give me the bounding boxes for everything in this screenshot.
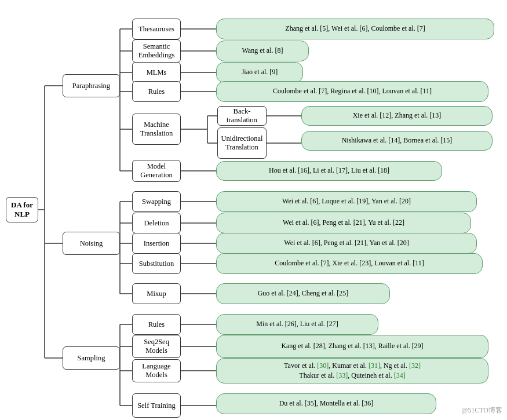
rules-sampling-leaf: Min et al. [26], Liu et al. [27] — [216, 314, 378, 335]
substitution-leaf: Coulombe et al. [7], Xie et al. [23], Lo… — [216, 253, 483, 274]
semantic-embeddings-node: Semantic Embeddings — [132, 39, 181, 63]
thesauruses-node: Thesauruses — [132, 19, 181, 39]
rules-sampling-node: Rules — [132, 314, 181, 335]
model-generation-leaf: Hou et al. [16], Li et al. [17], Liu et … — [216, 161, 442, 181]
back-translation-leaf: Xie et al. [12], Zhang et al. [13] — [301, 106, 493, 126]
language-models-refs-text: Tavor et al. [30], Kumar et al. [31], Ng… — [284, 361, 421, 381]
self-training-leaf: Du et al. [35], Montella et al. [36] — [216, 393, 436, 414]
mixup-node: Mixup — [132, 283, 181, 304]
seq2seq-leaf: Kang et al. [28], Zhang et al. [13], Rai… — [216, 335, 488, 358]
semantic-embeddings-leaf: Wang et al. [8] — [216, 41, 309, 61]
unidirectional-leaf: Nishikawa et al. [14], Bornea et al. [15… — [301, 131, 493, 151]
mlms-node: MLMs — [132, 62, 181, 83]
rules-paraphrasing-node: Rules — [132, 81, 181, 102]
seq2seq-node: Seq2Seq Models — [132, 335, 181, 358]
paraphrasing-node: Paraphrasing — [63, 74, 120, 97]
root-node: DA for NLP — [6, 197, 38, 222]
watermark: @51CTO博客 — [461, 406, 502, 415]
substitution-node: Substitution — [132, 253, 181, 274]
language-models-node: Language Models — [132, 359, 181, 382]
self-training-node: Self Training — [132, 393, 181, 418]
back-translation-node: Back-translation — [217, 106, 267, 126]
mlms-leaf: Jiao et al. [9] — [216, 62, 303, 83]
model-generation-node: Model Generation — [132, 160, 181, 182]
deletion-leaf: Wei et al. [6], Peng et al. [21], Yu et … — [216, 213, 471, 233]
diagram: DA for NLP Paraphrasing Noising Sampling… — [0, 0, 507, 420]
swapping-leaf: Wei et al. [6], Luque et al. [19], Yan e… — [216, 191, 477, 212]
swapping-node: Swapping — [132, 191, 181, 212]
machine-translation-node: Machine Translation — [132, 114, 181, 145]
rules-paraphrasing-leaf: Coulombe et al. [7], Regina et al. [10],… — [216, 81, 488, 102]
language-models-leaf: Tavor et al. [30], Kumar et al. [31], Ng… — [216, 358, 488, 384]
mixup-leaf: Guo et al. [24], Cheng et al. [25] — [216, 283, 390, 304]
sampling-node: Sampling — [63, 346, 120, 370]
insertion-leaf: Wei et al. [6], Peng et al. [21], Yan et… — [216, 233, 477, 254]
thesauruses-leaf: Zhang et al. [5], Wei et al. [6], Coulom… — [216, 19, 494, 39]
deletion-node: Deletion — [132, 213, 181, 233]
unidirectional-translation-node: Unidirectional Translation — [217, 127, 267, 159]
noising-node: Noising — [63, 232, 120, 255]
insertion-node: Insertion — [132, 233, 181, 254]
